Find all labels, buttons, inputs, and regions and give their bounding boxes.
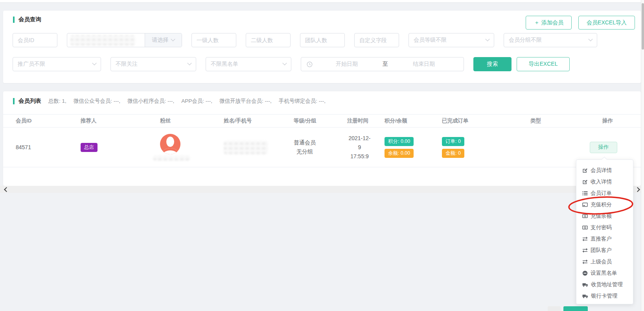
referrer-badge: 总店 (81, 143, 98, 152)
action-menu-item-5[interactable]: 充值余额 (576, 210, 633, 222)
cell-member-id: 84571 (3, 144, 68, 150)
date-start-placeholder[interactable]: 开始日期 (313, 61, 381, 68)
member-level-select[interactable]: 会员等级不限 (408, 33, 494, 47)
add-member-label: 添加会员 (541, 19, 563, 26)
action-menu-item-4[interactable]: 充值积分 (576, 199, 633, 210)
col-member-id: 会员ID (3, 117, 68, 124)
row-action-menu: 会员详情收入详情会员订单充值积分充值余额支付密码直推客户团队客户上级会员设置黑名… (576, 159, 633, 304)
chevron-down-icon (187, 61, 191, 65)
action-menu-item-label: 银行卡管理 (591, 292, 618, 300)
col-fans: 粉丝 (147, 117, 211, 124)
search-title-text: 会员查询 (18, 16, 41, 23)
action-menu-item-7[interactable]: 直推客户 (576, 233, 633, 244)
chevron-down-icon (588, 37, 592, 41)
stat-mini-program: 微信小程序会员: ---, (127, 98, 174, 105)
action-menu-item-2[interactable]: 收入详情 (576, 176, 633, 187)
excel-import-button[interactable]: 会员EXCEL导入 (578, 16, 635, 30)
row-action-button[interactable]: 操作 (590, 142, 617, 153)
promoter-select[interactable]: 推广员不限 (13, 57, 101, 71)
follow-select[interactable]: 不限关注 (110, 57, 196, 71)
pagination-stub-button[interactable] (548, 306, 561, 311)
action-menu-item-6[interactable]: 支付密码 (576, 222, 633, 233)
action-menu-item-12[interactable]: 银行卡管理 (576, 290, 633, 302)
blurred-input[interactable] (67, 33, 145, 47)
action-menu-item-3[interactable]: 会员订单 (576, 187, 633, 199)
stat-app: APP会员: ---, (181, 98, 212, 105)
team-count-input[interactable] (300, 33, 345, 47)
action-menu-item-10[interactable]: 设置黑名单 (576, 267, 633, 279)
vertical-scrollbar-thumb[interactable] (642, 3, 644, 50)
level2-count-input[interactable] (246, 33, 291, 47)
date-separator: 至 (381, 61, 390, 68)
col-type: 类型 (518, 117, 581, 124)
export-excel-button[interactable]: 导出EXCEL (517, 57, 570, 71)
blacklist-select-label: 不限黑名单 (211, 61, 238, 68)
table-header-row: 会员ID 推荐人 粉丝 姓名/手机号 等级/分组 注册时间 积分/余额 已完成订… (3, 114, 641, 128)
member-group: 无分组 (296, 148, 313, 155)
list-title-text: 会员列表 (18, 97, 41, 105)
promoter-select-label: 推广员不限 (18, 61, 45, 68)
add-member-button[interactable]: ＋ 添加会员 (526, 16, 572, 30)
col-register-time: 注册时间 (335, 117, 372, 124)
member-level-select-label: 会员等级不限 (414, 37, 447, 44)
search-panel-title: 会员查询 (13, 16, 41, 23)
block-icon (582, 270, 588, 276)
amount-badge: 金额: 0 (442, 149, 464, 158)
action-menu-item-label: 收货地址管理 (591, 281, 623, 288)
member-avatar[interactable] (160, 134, 180, 154)
vertical-scrollbar[interactable] (641, 0, 644, 311)
member-level: 普通会员 (294, 139, 316, 146)
clock-icon (307, 61, 313, 67)
action-menu-item-9[interactable]: 上级会员 (576, 256, 633, 267)
edit-icon (582, 168, 588, 173)
action-menu-item-label: 直推客户 (591, 235, 612, 243)
action-menu-item-label: 团队客户 (591, 247, 612, 254)
blurred-search-input-group[interactable]: 请选择 (67, 33, 182, 47)
balance-badge: 余额: 0.00 (385, 149, 414, 158)
action-menu-item-8[interactable]: 团队客户 (576, 244, 633, 256)
search-type-select[interactable]: 请选择 (145, 33, 182, 47)
col-level-group: 等级/分组 (281, 117, 335, 124)
banknote-icon (582, 225, 588, 230)
action-menu-item-label: 设置黑名单 (591, 270, 617, 277)
swap-icon (582, 248, 588, 253)
horizontal-scrollbar[interactable] (0, 186, 644, 193)
page-top-edge (0, 0, 644, 3)
action-menu-item-11[interactable]: 收货地址管理 (576, 279, 633, 290)
truck-icon (582, 282, 588, 287)
blurred-input-content (70, 35, 135, 46)
stat-wechat-official: 微信公众号会员: ---, (74, 98, 120, 105)
date-end-placeholder[interactable]: 结束日期 (390, 61, 458, 68)
action-menu-item-label: 上级会员 (591, 258, 612, 265)
col-name-phone: 姓名/手机号 (211, 117, 281, 124)
custom-field-input[interactable] (354, 33, 399, 47)
points-badge: 积分: 0.00 (385, 137, 414, 146)
member-group-select-label: 会员分组不限 (509, 37, 542, 44)
register-date: 2021-12-9 (348, 135, 370, 150)
list-panel-title: 会员列表 总数: 1, 微信公众号会员: ---, 微信小程序会员: ---, … (13, 97, 326, 105)
pagination-stub-confirm-button[interactable] (563, 306, 588, 311)
swap-icon (582, 236, 588, 242)
follow-select-label: 不限关注 (116, 61, 138, 68)
card-icon (582, 202, 588, 207)
orders-badge: 订单: 0 (442, 137, 464, 146)
stat-open-platform: 微信开放平台会员: ---, (219, 98, 272, 105)
col-points-balance: 积分/余额 (372, 117, 429, 124)
search-type-select-label: 请选择 (152, 37, 168, 44)
action-menu-item-label: 充值余额 (591, 213, 612, 220)
action-menu-item-1[interactable]: 会员详情 (576, 165, 633, 176)
plus-icon: ＋ (534, 19, 539, 26)
search-button[interactable]: 搜索 (473, 57, 512, 71)
chevron-down-icon (485, 37, 489, 41)
register-time: 17:55:9 (350, 153, 369, 159)
date-range-picker[interactable]: 开始日期 至 结束日期 (301, 57, 464, 71)
member-group-select[interactable]: 会员分组不限 (504, 33, 597, 47)
blacklist-select[interactable]: 不限黑名单 (206, 57, 291, 71)
title-accent-bar (13, 17, 15, 23)
level1-count-input[interactable] (191, 33, 236, 47)
chevron-down-icon (282, 61, 287, 65)
excel-import-label: 会员EXCEL导入 (587, 19, 627, 26)
chevron-down-icon (171, 37, 175, 41)
member-id-input[interactable] (13, 33, 57, 47)
col-completed-orders: 已完成订单 (429, 117, 518, 124)
